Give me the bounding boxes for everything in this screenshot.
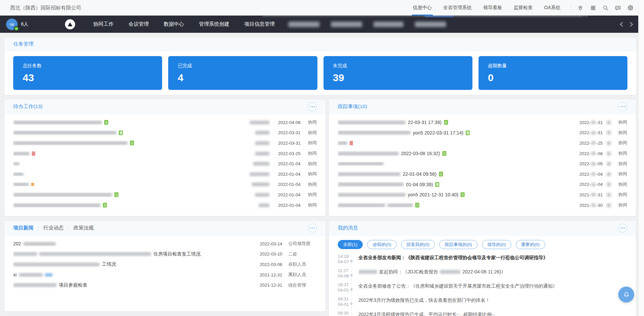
app-logo-icon[interactable]: [65, 19, 75, 29]
more-icon[interactable]: [618, 224, 627, 233]
track-row[interactable]: yon5 2022-03-31 17:14)2022--31协同: [329, 128, 636, 138]
redacted-text: [338, 141, 347, 145]
news-tab[interactable]: 行业动态: [39, 225, 68, 231]
topbar-menu-item[interactable]: 领导看板: [483, 0, 502, 16]
redacted-tab[interactable]: [415, 22, 446, 27]
todo-row[interactable]: 2022-01-04协同: [4, 169, 326, 179]
scrollbar-thumb[interactable]: [425, 16, 453, 17]
track-row[interactable]: 22-03-31 17:39)2022--31协同: [329, 117, 636, 128]
stat-card[interactable]: 未完成39: [324, 56, 472, 90]
todo-row[interactable]: 2022-04-06协同: [4, 117, 326, 128]
topbar-menu-item[interactable]: 监督检查: [514, 0, 533, 16]
news-row[interactable]: 2022022-03-14公司领导层: [4, 239, 326, 249]
date-suffix: -04: [596, 172, 603, 177]
navbar-menu-item[interactable]: 数据中心: [164, 21, 184, 27]
redacted-text: [338, 172, 400, 176]
topbar-menu-item[interactable]: 全咨管理系统: [443, 0, 472, 16]
track-row[interactable]: yon5 2021-12-31 10:40)2021--31协同: [329, 190, 636, 200]
more-icon[interactable]: [308, 224, 317, 233]
redacted-tab[interactable]: [374, 22, 403, 27]
redacted-text: [440, 270, 460, 274]
avatar[interactable]: se: [6, 19, 18, 30]
message-item[interactable]: 08:302022年3月流程绩效报告已生成。平均运行时长-，超期结束比例-。: [329, 309, 629, 316]
redacted-text: [607, 152, 611, 155]
filter-pill[interactable]: 跟踪事项的(0): [439, 240, 478, 249]
chevron-right-icon[interactable]: [628, 22, 633, 26]
message-item[interactable]: 14:1904-07全咨业务部发布新闻：《陕西省建设工程造价管理协会领导及专家一…: [329, 252, 629, 267]
stat-card[interactable]: 已完成4: [168, 56, 317, 90]
track-panel: 跟踪事项(10) 22-03-31 17:39)2022--31协同yon5 2…: [329, 99, 636, 216]
stat-card[interactable]: 总任务数43: [13, 56, 162, 90]
stat-card[interactable]: 超期数量0: [479, 56, 627, 90]
apps-icon[interactable]: [590, 4, 596, 11]
redacted-text: [607, 183, 611, 186]
track-row[interactable]: 01-04 09:39)2022--04协同: [329, 179, 636, 190]
navbar-menu-item[interactable]: 项目信息管理: [244, 21, 275, 27]
row-text: yon5 2021-12-31 10:40): [408, 192, 458, 197]
todo-row[interactable]: 2022-01-04协同: [4, 179, 326, 190]
todo-row[interactable]: 2022-03-25协同: [4, 148, 326, 159]
redacted-text: [13, 203, 101, 207]
redacted-tab[interactable]: [288, 22, 319, 27]
filter-pill[interactable]: 领导的(0): [482, 240, 511, 249]
todo-row[interactable]: 2022-03-31协同: [4, 128, 326, 138]
tab-scrollbar[interactable]: [262, 16, 588, 17]
todo-row[interactable]: 2022-01-04协同: [4, 190, 326, 200]
redacted-tab[interactable]: [331, 22, 362, 27]
location-icon[interactable]: [577, 4, 584, 11]
message-text: 发起协同：《JDJC检查报告2022-04-06 11:26)》: [358, 268, 506, 275]
news-tab[interactable]: 政策法规: [69, 225, 98, 231]
row-date: 2022--08: [574, 151, 603, 156]
redacted-text: [13, 162, 19, 166]
row-date: 2022--31: [574, 130, 603, 135]
news-row[interactable]: 住房项目检查复工情况2022-03-10二处: [4, 249, 326, 260]
row-tag: 协同: [305, 171, 317, 177]
redacted-text: [607, 131, 611, 135]
filter-pill[interactable]: 重要的(0): [516, 240, 545, 249]
settings-icon[interactable]: [627, 4, 634, 11]
navbar-menu-item[interactable]: 协同工作: [93, 21, 114, 27]
redacted-text: [338, 131, 410, 135]
row-text: 2022-04-06 11:26)》: [462, 268, 506, 275]
message-item[interactable]: 08:3104-012022年3月行为绩效报告已生成，快去查看您在部门中的排名！: [329, 295, 629, 309]
chat-icon[interactable]: [615, 4, 621, 11]
track-row[interactable]: 2021--30协同: [329, 200, 636, 211]
doc-icon: [415, 203, 419, 208]
redacted-text: [13, 121, 102, 124]
news-tab[interactable]: 项目新闻: [13, 225, 38, 231]
more-icon[interactable]: [618, 102, 627, 111]
messages-panel: 我的消息 全部(1)@我的(0)回复我的(0)跟踪事项的(0)领导的(0)重要的…: [329, 220, 636, 316]
news-row[interactable]: 工情况2022-03-08在职人员: [4, 259, 326, 270]
filter-pill[interactable]: 回复我的(0): [401, 240, 435, 249]
message-item[interactable]: 16:3704-01全咨业务部修改了公告：《住房和城乡建设部关于开展房屋市政工程…: [329, 281, 629, 295]
chevron-left-icon[interactable]: [620, 22, 625, 26]
track-row-content: [338, 141, 570, 145]
track-row[interactable]: 2022--05协同: [329, 159, 636, 169]
todo-row-content: [13, 151, 251, 156]
page-scrollbar[interactable]: [638, 0, 644, 316]
redacted-text: [591, 203, 596, 207]
track-row[interactable]: 2022--25协同: [329, 138, 636, 148]
more-icon[interactable]: [308, 102, 317, 111]
track-row[interactable]: 2022-03-08 16:32)2022--08协同: [329, 148, 636, 159]
filter-pill[interactable]: 全部(1): [338, 240, 363, 249]
todo-row[interactable]: 2022-01-04协同: [4, 159, 326, 169]
topbar-menu-item[interactable]: OA系统: [544, 0, 560, 16]
topbar-menu-item[interactable]: 信息中心: [413, 0, 432, 16]
date-suffix: -04: [596, 182, 603, 187]
todo-row[interactable]: 2022-03-31协同: [4, 138, 326, 148]
filter-pill[interactable]: @我的(0): [367, 240, 397, 249]
todo-row[interactable]: 2022-01-04协同: [4, 200, 326, 211]
date-prefix: 2022-: [579, 161, 591, 166]
navbar-menu-item[interactable]: 管理系统创建: [199, 21, 229, 27]
row-date: 2022-04-06: [273, 120, 301, 125]
message-item[interactable]: 11:2704-06发起协同：《JDJC检查报告2022-04-06 11:26…: [329, 267, 629, 281]
redacted-text: [607, 141, 611, 145]
navbar-menu-item[interactable]: 会议管理: [129, 21, 149, 27]
track-row[interactable]: 22-01-04 09:56)2022--04协同: [329, 169, 636, 179]
news-row[interactable]: 项目参观检查2021-12-31综合管理: [4, 280, 326, 290]
redacted-text: [13, 183, 29, 186]
search-icon[interactable]: [602, 4, 609, 11]
news-row[interactable]: xi2021-12-31离职人员: [4, 270, 326, 280]
notifications-button[interactable]: [618, 287, 634, 302]
